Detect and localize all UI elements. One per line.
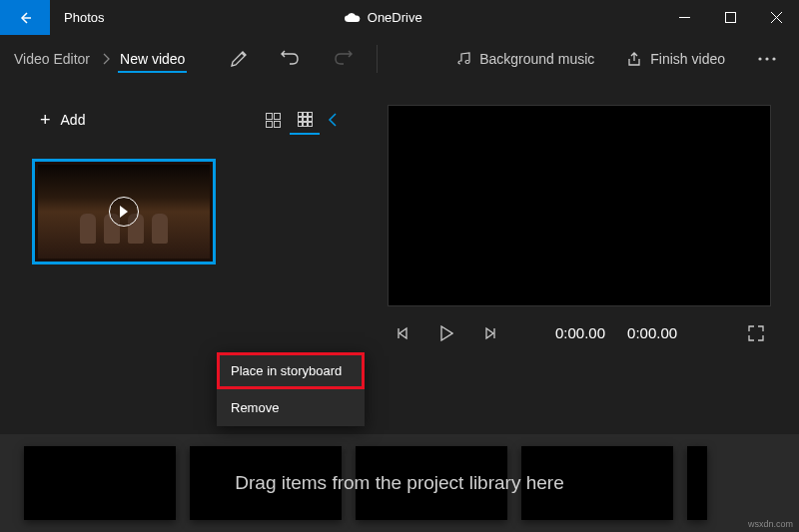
svg-rect-8 — [266, 113, 272, 119]
project-library: + Add P — [0, 83, 360, 434]
add-button[interactable]: + Add — [32, 106, 93, 135]
music-icon — [455, 51, 471, 67]
separator — [377, 45, 378, 73]
svg-rect-15 — [298, 117, 302, 121]
svg-point-7 — [772, 57, 775, 60]
svg-rect-2 — [725, 13, 735, 23]
svg-point-6 — [765, 57, 768, 60]
onedrive-label: OneDrive — [368, 10, 422, 25]
plus-icon: + — [40, 110, 51, 131]
collapse-library-button[interactable] — [322, 113, 344, 127]
step-back-icon — [396, 326, 409, 340]
minimize-icon — [679, 12, 690, 23]
fullscreen-icon — [748, 325, 764, 341]
storyboard-slot[interactable] — [24, 446, 176, 520]
storyboard-slot[interactable] — [356, 446, 507, 520]
minimize-button[interactable] — [661, 0, 707, 35]
undo-icon — [281, 50, 301, 68]
library-header: + Add — [32, 105, 344, 135]
thumbnail-play-button[interactable] — [109, 197, 139, 227]
chevron-right-icon — [102, 53, 110, 65]
svg-rect-13 — [303, 112, 307, 116]
grid-2x2-icon — [266, 113, 281, 128]
svg-point-5 — [758, 57, 761, 60]
redo-icon — [333, 50, 353, 68]
svg-rect-14 — [308, 112, 312, 116]
back-button[interactable] — [0, 0, 50, 35]
time-current: 0:00.00 — [555, 324, 605, 341]
more-button[interactable] — [745, 39, 789, 79]
play-icon — [439, 325, 453, 341]
toolbar: Video Editor New video Background music … — [0, 35, 799, 83]
ellipsis-icon — [758, 57, 776, 61]
cloud-icon — [344, 12, 362, 24]
edit-button[interactable] — [217, 39, 261, 79]
grid-small-button[interactable] — [290, 105, 320, 135]
watermark: wsxdn.com — [748, 519, 793, 529]
background-music-button[interactable]: Background music — [443, 39, 606, 79]
add-label: Add — [61, 112, 86, 128]
pencil-icon — [230, 50, 248, 68]
svg-rect-11 — [274, 121, 280, 127]
svg-rect-16 — [303, 117, 307, 121]
breadcrumb-root[interactable]: Video Editor — [10, 45, 94, 73]
library-clip-thumbnail[interactable] — [32, 159, 216, 265]
svg-rect-9 — [274, 113, 280, 119]
preview-panel: 0:00.00 0:00.00 — [360, 83, 799, 434]
maximize-button[interactable] — [707, 0, 753, 35]
storyboard-slot[interactable] — [687, 446, 707, 520]
onedrive-status[interactable]: OneDrive — [104, 10, 661, 25]
close-icon — [771, 12, 782, 23]
view-controls — [258, 105, 344, 135]
step-forward-icon — [483, 326, 497, 340]
chevron-left-icon — [328, 113, 338, 127]
background-music-label: Background music — [479, 51, 594, 67]
export-icon — [626, 51, 642, 67]
finish-video-label: Finish video — [650, 51, 725, 67]
fullscreen-button[interactable] — [745, 325, 767, 341]
svg-rect-10 — [266, 121, 272, 127]
close-button[interactable] — [753, 0, 799, 35]
menu-remove[interactable]: Remove — [217, 389, 365, 426]
maximize-icon — [725, 12, 736, 23]
arrow-left-icon — [17, 10, 33, 26]
breadcrumb-current[interactable]: New video — [118, 45, 187, 73]
titlebar: Photos OneDrive — [0, 0, 799, 35]
svg-rect-19 — [303, 122, 307, 126]
undo-button[interactable] — [269, 39, 313, 79]
grid-large-button[interactable] — [258, 105, 288, 135]
context-menu: Place in storyboard Remove — [217, 352, 365, 426]
menu-place-storyboard[interactable]: Place in storyboard — [217, 352, 365, 389]
redo-button[interactable] — [321, 39, 365, 79]
video-preview[interactable] — [388, 105, 771, 306]
svg-rect-20 — [308, 122, 312, 126]
storyboard[interactable]: Drag items from the project library here — [0, 434, 799, 532]
window-controls — [661, 0, 799, 35]
main-area: + Add P — [0, 83, 799, 434]
prev-frame-button[interactable] — [392, 326, 413, 340]
grid-3x3-icon — [298, 112, 313, 127]
play-button[interactable] — [435, 325, 457, 341]
svg-rect-12 — [298, 112, 302, 116]
storyboard-slot[interactable] — [521, 446, 673, 520]
next-frame-button[interactable] — [479, 326, 501, 340]
finish-video-button[interactable]: Finish video — [614, 39, 737, 79]
app-title: Photos — [50, 10, 104, 25]
time-total: 0:00.00 — [627, 324, 677, 341]
player-controls: 0:00.00 0:00.00 — [388, 306, 771, 359]
play-icon — [119, 206, 129, 218]
svg-rect-18 — [298, 122, 302, 126]
svg-rect-17 — [308, 117, 312, 121]
storyboard-slot[interactable] — [190, 446, 342, 520]
